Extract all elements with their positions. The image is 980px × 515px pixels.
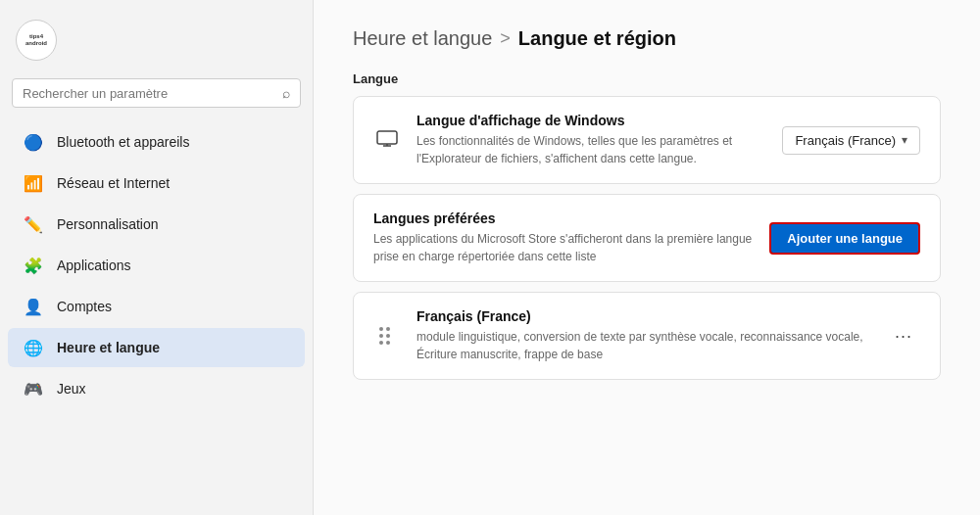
bluetooth-icon: 🔵 xyxy=(24,132,43,152)
search-input[interactable] xyxy=(23,86,282,101)
sidebar-logo: tips4 android xyxy=(0,10,313,78)
card-text-windows-display: Langue d'affichage de Windows Les foncti… xyxy=(416,113,766,167)
logo-circle: tips4 android xyxy=(16,20,57,61)
card-windows-display-language: Langue d'affichage de Windows Les foncti… xyxy=(353,96,941,184)
card-francais-france: Français (France) module linguistique, c… xyxy=(353,292,941,380)
sidebar-item-heure-langue[interactable]: 🌐 Heure et langue xyxy=(8,328,305,367)
apps-icon: 🧩 xyxy=(24,256,43,275)
card-action-langues-preferees: Ajouter une langue xyxy=(769,222,920,255)
breadcrumb-separator: > xyxy=(500,28,511,49)
sidebar-item-label: Jeux xyxy=(57,381,86,397)
logo-text: tips4 android xyxy=(17,31,56,49)
monitor-icon xyxy=(373,129,401,151)
more-options-button[interactable]: ··· xyxy=(887,322,920,351)
search-icon: ⌕ xyxy=(282,85,290,101)
breadcrumb: Heure et langue > Langue et région xyxy=(353,27,941,50)
sidebar-item-reseau[interactable]: 📶 Réseau et Internet xyxy=(8,164,305,203)
games-icon: 🎮 xyxy=(24,379,43,398)
card-desc-francais: module linguistique, conversion de texte… xyxy=(416,328,871,363)
drag-handle-icon xyxy=(373,327,401,345)
chevron-down-icon: ▾ xyxy=(902,133,907,147)
sidebar-item-jeux[interactable]: 🎮 Jeux xyxy=(8,369,305,408)
pencil-icon: ✏️ xyxy=(24,214,43,234)
network-icon: 📶 xyxy=(24,173,43,193)
sidebar-item-bluetooth[interactable]: 🔵 Bluetooth et appareils xyxy=(8,122,305,162)
card-desc-windows-display: Les fonctionnalités de Windows, telles q… xyxy=(416,132,766,167)
sidebar-item-label: Réseau et Internet xyxy=(57,175,170,191)
breadcrumb-parent: Heure et langue xyxy=(353,27,492,50)
svg-rect-0 xyxy=(377,131,397,144)
add-language-button[interactable]: Ajouter une langue xyxy=(769,222,920,255)
sidebar-item-label: Comptes xyxy=(57,299,112,314)
language-dropdown-button[interactable]: Français (France) ▾ xyxy=(782,126,920,155)
account-icon: 👤 xyxy=(24,297,43,316)
search-box[interactable]: ⌕ xyxy=(12,78,301,108)
card-title-windows-display: Langue d'affichage de Windows xyxy=(416,113,766,128)
sidebar-item-label: Bluetooth et appareils xyxy=(57,134,189,150)
card-desc-langues-preferees: Les applications du Microsoft Store s'af… xyxy=(373,230,754,265)
breadcrumb-current: Langue et région xyxy=(518,27,676,50)
sidebar: tips4 android ⌕ 🔵 Bluetooth et appareils… xyxy=(0,0,314,515)
section-langue-title: Langue xyxy=(353,71,941,86)
card-title-francais: Français (France) xyxy=(416,308,871,324)
sidebar-item-comptes[interactable]: 👤 Comptes xyxy=(8,287,305,326)
main-content: Heure et langue > Langue et région Langu… xyxy=(314,0,980,515)
card-text-francais: Français (France) module linguistique, c… xyxy=(416,308,871,363)
sidebar-item-label: Personnalisation xyxy=(57,216,159,232)
sidebar-item-label: Heure et langue xyxy=(57,340,160,355)
globe-icon: 🌐 xyxy=(24,338,43,357)
sidebar-item-label: Applications xyxy=(57,258,131,273)
card-action-windows-display: Français (France) ▾ xyxy=(782,126,920,155)
card-action-francais: ··· xyxy=(887,322,920,351)
sidebar-item-applications[interactable]: 🧩 Applications xyxy=(8,246,305,285)
card-langues-preferees: Langues préférées Les applications du Mi… xyxy=(353,194,941,282)
card-text-langues-preferees: Langues préférées Les applications du Mi… xyxy=(373,211,754,265)
sidebar-item-personnalisation[interactable]: ✏️ Personnalisation xyxy=(8,205,305,244)
card-title-langues-preferees: Langues préférées xyxy=(373,211,754,226)
language-dropdown-label: Français (France) xyxy=(795,133,896,148)
